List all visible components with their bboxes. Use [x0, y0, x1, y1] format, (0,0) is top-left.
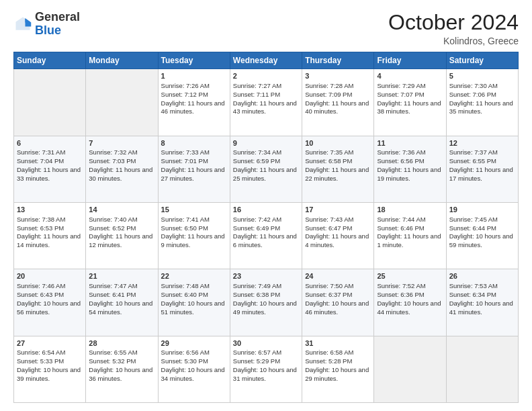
calendar-cell: 13Sunrise: 7:38 AMSunset: 6:53 PMDayligh… — [14, 202, 86, 269]
week-row-3: 13Sunrise: 7:38 AMSunset: 6:53 PMDayligh… — [14, 202, 519, 269]
sunset-text: Sunset: 5:29 PM — [233, 357, 280, 365]
daylight-text: Daylight: 11 hours and 1 minute. — [377, 232, 441, 248]
day-number: 4 — [377, 71, 443, 81]
calendar-cell: 29Sunrise: 6:56 AMSunset: 5:30 PMDayligh… — [158, 336, 230, 402]
sunset-text: Sunset: 6:59 PM — [233, 157, 280, 165]
calendar-cell: 6Sunrise: 7:31 AMSunset: 7:04 PMDaylight… — [14, 136, 86, 202]
sunset-text: Sunset: 5:30 PM — [161, 357, 208, 365]
daylight-text: Daylight: 10 hours and 29 minutes. — [305, 366, 369, 382]
calendar-cell: 19Sunrise: 7:45 AMSunset: 6:44 PMDayligh… — [446, 202, 518, 269]
sunrise-text: Sunrise: 7:36 AM — [377, 148, 425, 156]
col-header-saturday: Saturday — [446, 52, 518, 69]
daylight-text: Daylight: 11 hours and 17 minutes. — [449, 166, 513, 182]
sunset-text: Sunset: 6:38 PM — [233, 291, 280, 298]
sunset-text: Sunset: 6:50 PM — [161, 224, 208, 232]
day-number: 25 — [377, 271, 443, 281]
day-number: 18 — [377, 205, 443, 215]
calendar-cell: 5Sunrise: 7:30 AMSunset: 7:06 PMDaylight… — [446, 69, 518, 136]
sunset-text: Sunset: 6:52 PM — [89, 224, 136, 232]
calendar-cell: 25Sunrise: 7:52 AMSunset: 6:36 PMDayligh… — [374, 269, 446, 336]
day-number: 3 — [305, 71, 371, 81]
sunrise-text: Sunrise: 7:34 AM — [233, 148, 281, 156]
calendar-cell: 27Sunrise: 6:54 AMSunset: 5:33 PMDayligh… — [14, 336, 86, 402]
calendar-cell: 8Sunrise: 7:33 AMSunset: 7:01 PMDaylight… — [158, 136, 230, 202]
calendar-cell — [374, 336, 446, 402]
col-header-sunday: Sunday — [14, 52, 86, 69]
col-header-friday: Friday — [374, 52, 446, 69]
calendar-cell: 11Sunrise: 7:36 AMSunset: 6:56 PMDayligh… — [374, 136, 446, 202]
calendar-cell: 23Sunrise: 7:49 AMSunset: 6:38 PMDayligh… — [230, 269, 302, 336]
sunrise-text: Sunrise: 6:54 AM — [17, 349, 65, 356]
sunrise-text: Sunrise: 7:48 AM — [161, 282, 210, 289]
logo-blue: Blue — [35, 24, 61, 37]
calendar-cell: 3Sunrise: 7:28 AMSunset: 7:09 PMDaylight… — [302, 69, 374, 136]
sunrise-text: Sunrise: 7:31 AM — [17, 148, 65, 156]
daylight-text: Daylight: 11 hours and 19 minutes. — [377, 166, 441, 182]
day-number: 2 — [233, 71, 299, 81]
sunset-text: Sunset: 7:01 PM — [161, 157, 208, 165]
daylight-text: Daylight: 10 hours and 59 minutes. — [449, 232, 513, 248]
sunset-text: Sunset: 6:37 PM — [305, 291, 352, 298]
sunset-text: Sunset: 5:33 PM — [17, 357, 64, 365]
sunset-text: Sunset: 6:34 PM — [449, 291, 496, 298]
day-number: 14 — [89, 205, 154, 215]
daylight-text: Daylight: 11 hours and 4 minutes. — [305, 232, 369, 248]
daylight-text: Daylight: 11 hours and 38 minutes. — [377, 99, 441, 116]
sunset-text: Sunset: 6:43 PM — [17, 291, 64, 298]
sunrise-text: Sunrise: 6:55 AM — [89, 349, 137, 356]
sunrise-text: Sunrise: 7:50 AM — [305, 282, 353, 289]
sunrise-text: Sunrise: 7:26 AM — [161, 82, 210, 89]
sunset-text: Sunset: 7:03 PM — [89, 157, 136, 165]
sunset-text: Sunset: 7:07 PM — [377, 91, 424, 98]
day-number: 10 — [305, 138, 371, 148]
daylight-text: Daylight: 11 hours and 30 minutes. — [89, 166, 152, 182]
sunrise-text: Sunrise: 7:47 AM — [89, 282, 137, 289]
calendar-cell: 2Sunrise: 7:27 AMSunset: 7:11 PMDaylight… — [230, 69, 302, 136]
calendar-cell: 20Sunrise: 7:46 AMSunset: 6:43 PMDayligh… — [14, 269, 86, 336]
calendar-cell: 15Sunrise: 7:41 AMSunset: 6:50 PMDayligh… — [158, 202, 230, 269]
day-number: 22 — [161, 271, 227, 281]
sunset-text: Sunset: 6:36 PM — [377, 291, 424, 298]
sunrise-text: Sunrise: 7:38 AM — [17, 216, 65, 223]
daylight-text: Daylight: 11 hours and 27 minutes. — [161, 166, 225, 182]
sunset-text: Sunset: 6:58 PM — [305, 157, 352, 165]
calendar-cell: 16Sunrise: 7:42 AMSunset: 6:49 PMDayligh… — [230, 202, 302, 269]
day-number: 27 — [17, 338, 83, 349]
daylight-text: Daylight: 10 hours and 34 minutes. — [161, 366, 225, 382]
calendar-cell: 30Sunrise: 6:57 AMSunset: 5:29 PMDayligh… — [230, 336, 302, 402]
day-number: 29 — [161, 338, 227, 349]
location: Kolindros, Greece — [388, 36, 519, 46]
sunrise-text: Sunrise: 7:32 AM — [89, 148, 137, 156]
daylight-text: Daylight: 10 hours and 56 minutes. — [17, 300, 81, 316]
daylight-text: Daylight: 10 hours and 46 minutes. — [305, 300, 369, 316]
day-number: 21 — [89, 271, 154, 281]
sunset-text: Sunset: 6:56 PM — [377, 157, 424, 165]
day-number: 6 — [17, 138, 83, 148]
sunset-text: Sunset: 7:12 PM — [161, 91, 208, 98]
calendar-cell: 31Sunrise: 6:58 AMSunset: 5:28 PMDayligh… — [302, 336, 374, 402]
sunrise-text: Sunrise: 7:42 AM — [233, 216, 281, 223]
day-number: 15 — [161, 205, 227, 215]
sunrise-text: Sunrise: 6:58 AM — [305, 349, 353, 356]
daylight-text: Daylight: 11 hours and 46 minutes. — [161, 99, 225, 116]
sunrise-text: Sunrise: 7:46 AM — [17, 282, 65, 289]
sunset-text: Sunset: 7:04 PM — [17, 157, 64, 165]
sunset-text: Sunset: 6:40 PM — [161, 291, 208, 298]
day-number: 8 — [161, 138, 227, 148]
daylight-text: Daylight: 11 hours and 35 minutes. — [449, 99, 513, 116]
daylight-text: Daylight: 10 hours and 51 minutes. — [161, 300, 225, 316]
sunrise-text: Sunrise: 7:30 AM — [449, 82, 498, 89]
daylight-text: Daylight: 10 hours and 31 minutes. — [233, 366, 297, 382]
daylight-text: Daylight: 11 hours and 14 minutes. — [17, 232, 81, 248]
sunrise-text: Sunrise: 7:35 AM — [305, 148, 353, 156]
daylight-text: Daylight: 10 hours and 41 minutes. — [449, 300, 513, 316]
page: General Blue October 2024 Kolindros, Gre… — [0, 0, 532, 411]
daylight-text: Daylight: 11 hours and 33 minutes. — [17, 166, 81, 182]
calendar-cell: 10Sunrise: 7:35 AMSunset: 6:58 PMDayligh… — [302, 136, 374, 202]
sunset-text: Sunset: 6:41 PM — [89, 291, 136, 298]
sunset-text: Sunset: 7:11 PM — [233, 91, 280, 98]
day-number: 19 — [449, 205, 515, 215]
sunset-text: Sunset: 6:46 PM — [377, 224, 424, 232]
daylight-text: Daylight: 10 hours and 44 minutes. — [377, 300, 441, 316]
sunrise-text: Sunrise: 7:33 AM — [161, 148, 210, 156]
